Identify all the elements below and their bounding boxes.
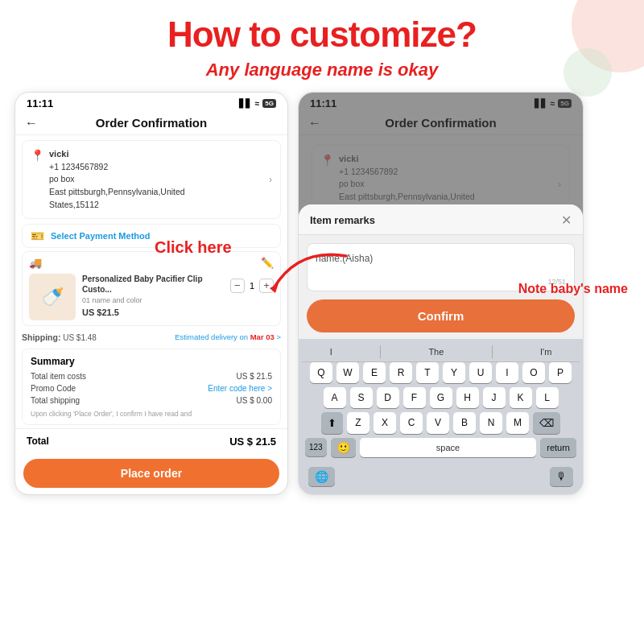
modal-input-area[interactable]: name:(Aisha) 12/51 — [307, 243, 575, 291]
total-shipping-value: US $ 0.00 — [237, 396, 272, 405]
modal-header: Item remarks ✕ — [299, 204, 583, 235]
key-globe[interactable]: 🌐 — [308, 467, 335, 486]
key-e[interactable]: E — [363, 362, 386, 383]
keyboard-row-2: A S D F G H J K L — [302, 387, 580, 408]
addr-line2: East pittsburgh,Pennsylvania,United — [49, 186, 264, 199]
product-qty-control[interactable]: − 1 + — [230, 279, 274, 293]
summary-promo-row[interactable]: Promo Code Enter code here > — [31, 384, 272, 393]
key-y[interactable]: Y — [443, 362, 465, 383]
location-icon: 📍 — [31, 149, 44, 162]
address-text: vicki +1 1234567892 po box East pittsbur… — [49, 147, 264, 212]
key-s[interactable]: S — [350, 387, 373, 408]
key-emoji[interactable]: 🙂 — [331, 438, 356, 457]
left-back-button[interactable]: ← — [25, 116, 38, 130]
qty-decrease-button[interactable]: − — [230, 279, 245, 293]
keyboard-extra-row: 🌐 🎙 — [302, 464, 580, 494]
modal-input-text: name:(Aisha) — [316, 253, 373, 264]
keyboard-bottom-row: 123 🙂 space return — [302, 438, 580, 464]
total-bar: Total US $ 21.5 — [15, 428, 287, 454]
shift-key[interactable]: ⬆ — [321, 412, 343, 434]
divider-1 — [380, 345, 381, 358]
edit-remarks-icon[interactable]: ✏️ — [261, 257, 274, 269]
key-d[interactable]: D — [377, 387, 399, 408]
key-p[interactable]: P — [549, 362, 572, 383]
key-j[interactable]: J — [483, 387, 506, 408]
place-order-button[interactable]: Place order — [23, 459, 279, 488]
key-t[interactable]: T — [416, 362, 439, 383]
key-i[interactable]: I — [496, 362, 518, 383]
left-signal: ▋▋ ≈ 5G — [239, 99, 276, 108]
key-123[interactable]: 123 — [305, 438, 327, 456]
keyboard-row-3: ⬆ Z X C V B N M ⌫ — [302, 412, 580, 434]
shipping-est: Estimated delivery on Mar 03 > — [175, 332, 281, 342]
product-name: Personalized Baby Pacifier Clip Custo... — [82, 274, 224, 295]
key-o[interactable]: O — [522, 362, 545, 383]
confirm-button[interactable]: Confirm — [307, 299, 575, 332]
payment-icon: 🎫 — [31, 229, 44, 242]
left-phone: 11:11 ▋▋ ≈ 5G ← Order Confirmation 📍 vic… — [14, 92, 288, 495]
suggestion-the[interactable]: The — [420, 345, 452, 358]
key-mic[interactable]: 🎙 — [550, 467, 573, 486]
summary-items-row: Total item costs US $ 21.5 — [31, 372, 272, 381]
key-n[interactable]: N — [480, 412, 502, 434]
modal-title: Item remarks — [310, 214, 375, 226]
addr-line1: po box — [49, 173, 264, 186]
keyboard-row-1: Q W E R T Y U I O P — [302, 362, 580, 383]
summary-note: Upon clicking 'Place Order', I confirm I… — [31, 410, 272, 418]
total-items-label: Total item costs — [31, 372, 86, 381]
key-f[interactable]: F — [403, 387, 426, 408]
key-b[interactable]: B — [453, 412, 476, 434]
key-space[interactable]: space — [360, 438, 537, 457]
total-amount: US $ 21.5 — [229, 436, 276, 448]
key-h[interactable]: H — [456, 387, 479, 408]
right-phone: 11:11 ▋▋ ≈ 5G ← Order Confirmation 📍 vic… — [298, 92, 584, 495]
qty-increase-button[interactable]: + — [259, 279, 274, 293]
key-z[interactable]: Z — [347, 412, 369, 434]
key-x[interactable]: X — [374, 412, 396, 434]
sub-title: Any language name is okay — [0, 55, 644, 80]
total-items-value: US $ 21.5 — [237, 372, 272, 381]
backspace-key[interactable]: ⌫ — [533, 412, 560, 434]
key-return[interactable]: return — [540, 438, 576, 457]
left-nav-bar: ← Order Confirmation — [15, 113, 287, 135]
key-l[interactable]: L — [536, 387, 559, 408]
key-m[interactable]: M — [506, 412, 529, 434]
keyboard: I The I'm Q W E R T Y U I O P — [299, 339, 583, 494]
key-k[interactable]: K — [510, 387, 532, 408]
key-w[interactable]: W — [336, 362, 359, 383]
summary-title: Summary — [31, 356, 272, 367]
promo-link[interactable]: Enter code here > — [208, 384, 272, 393]
key-c[interactable]: C — [400, 412, 423, 434]
left-address-card[interactable]: 📍 vicki +1 1234567892 po box East pittsb… — [22, 140, 281, 219]
network-badge: 5G — [262, 99, 276, 108]
key-a[interactable]: A — [324, 387, 346, 408]
addr-name: vicki — [49, 147, 264, 161]
total-label: Total — [27, 436, 49, 447]
key-g[interactable]: G — [430, 387, 452, 408]
modal-close-button[interactable]: ✕ — [561, 213, 572, 228]
left-time: 11:11 — [27, 97, 53, 109]
main-title: How to customize? — [0, 0, 644, 55]
key-r[interactable]: R — [390, 362, 412, 383]
suggestion-i[interactable]: I — [322, 345, 341, 358]
delivery-date: Mar 03 — [250, 332, 275, 341]
shipping-row: Shipping: US $1.48 Estimated delivery on… — [15, 329, 287, 345]
item-remarks-modal: Item remarks ✕ name:(Aisha) 12/51 Confir… — [299, 204, 583, 494]
shipping-label: Shipping: — [22, 332, 60, 342]
truck-icon: 🚚 — [29, 257, 42, 269]
deco-circle-2 — [564, 48, 612, 97]
product-variant: 01 name and color — [82, 296, 224, 304]
key-u[interactable]: U — [469, 362, 492, 383]
total-shipping-label: Total shipping — [31, 396, 80, 405]
address-arrow-icon: › — [269, 174, 272, 185]
key-v[interactable]: V — [427, 412, 449, 434]
phones-container: 11:11 ▋▋ ≈ 5G ← Order Confirmation 📍 vic… — [0, 92, 644, 495]
suggestion-im[interactable]: I'm — [532, 345, 559, 358]
left-nav-title: Order Confirmation — [96, 116, 207, 130]
divider-2 — [492, 345, 493, 358]
payment-label: Select Payment Method — [51, 231, 150, 241]
key-q[interactable]: Q — [310, 362, 332, 383]
left-payment-row[interactable]: 🎫 Select Payment Method — [22, 224, 281, 248]
modal-char-count: 12/51 — [547, 278, 566, 286]
addr-phone: +1 1234567892 — [49, 161, 264, 174]
